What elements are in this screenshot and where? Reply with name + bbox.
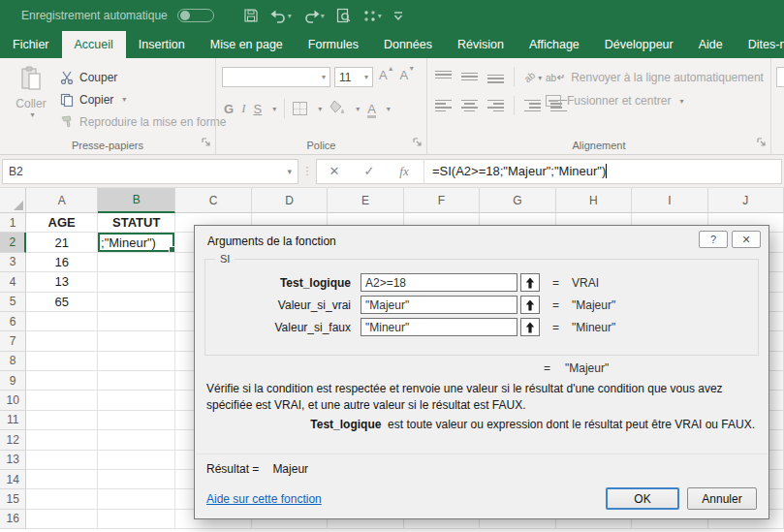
tab-accueil[interactable]: Accueil	[62, 31, 126, 58]
cell-A1[interactable]: AGE	[26, 213, 98, 233]
dialog-help-button[interactable]: ?	[699, 231, 728, 248]
cell-A11[interactable]	[26, 411, 98, 430]
cell-B5[interactable]	[98, 293, 175, 312]
row-header-6[interactable]: 6	[0, 312, 26, 331]
cell-A16[interactable]	[26, 510, 98, 529]
cell-A6[interactable]	[26, 312, 98, 331]
cell-B7[interactable]	[98, 331, 175, 351]
cell-A3[interactable]: 16	[26, 253, 98, 272]
cell-A15[interactable]	[26, 489, 98, 509]
cell-A2[interactable]: 21	[26, 233, 98, 252]
cell-B3[interactable]	[98, 253, 175, 272]
column-header-B[interactable]: B	[98, 188, 175, 213]
font-size-combobox[interactable]: 11▾	[334, 67, 373, 87]
argument-input-valeur_si_vrai[interactable]	[361, 296, 517, 314]
name-box-dropdown-icon[interactable]: ▾	[287, 167, 292, 176]
cell-B12[interactable]	[98, 430, 175, 450]
row-header-8[interactable]: 8	[0, 352, 26, 371]
alignment-dialog-launcher-icon[interactable]	[756, 137, 767, 150]
formula-input[interactable]: =SI(A2>=18;"Majeur";"Mineur")	[426, 164, 607, 178]
row-header-5[interactable]: 5	[0, 293, 26, 312]
row-header-14[interactable]: 14	[0, 470, 26, 489]
tab-révision[interactable]: Révision	[445, 31, 517, 58]
column-header-J[interactable]: J	[708, 188, 784, 213]
italic-button[interactable]: I	[241, 101, 245, 116]
number-format-combobox[interactable]	[776, 67, 784, 87]
row-header-10[interactable]: 10	[0, 391, 26, 410]
row-header-12[interactable]: 12	[0, 430, 26, 450]
tab-données[interactable]: Données	[371, 31, 445, 58]
enter-button[interactable]: ✓	[352, 164, 387, 178]
row-header-13[interactable]: 13	[0, 451, 26, 470]
cell-A5[interactable]: 65	[26, 293, 98, 312]
row-header-2[interactable]: 2	[0, 233, 26, 252]
argument-input-test_logique[interactable]	[361, 273, 517, 292]
tab-développeur[interactable]: Développeur	[592, 31, 686, 58]
row-header-15[interactable]: 15	[0, 489, 26, 509]
paste-button[interactable]: Coller ▾	[6, 66, 56, 119]
cell-A9[interactable]	[26, 371, 98, 391]
underline-dropdown-icon[interactable]: ▾	[272, 105, 276, 113]
cell-B6[interactable]	[98, 312, 175, 331]
row-header-7[interactable]: 7	[0, 331, 26, 351]
fill-color-dropdown-icon[interactable]: ▾	[356, 105, 360, 113]
customize-quick-access-icon[interactable]	[390, 8, 407, 23]
decrease-indent-icon[interactable]	[524, 100, 541, 112]
clipboard-dialog-launcher-icon[interactable]	[201, 137, 211, 150]
select-all-button[interactable]	[0, 188, 26, 213]
cell-A14[interactable]	[26, 470, 98, 489]
ok-button[interactable]: OK	[606, 487, 679, 510]
align-left-icon[interactable]	[435, 100, 452, 112]
insert-function-button[interactable]: fx	[387, 164, 422, 179]
align-center-icon[interactable]	[461, 100, 478, 112]
cell-B13[interactable]	[98, 451, 175, 470]
row-header-3[interactable]: 3	[0, 253, 26, 272]
copy-button[interactable]: Copier ▾	[60, 88, 226, 110]
fill-color-button[interactable]	[329, 100, 345, 117]
column-header-G[interactable]: G	[480, 188, 555, 213]
borders-dropdown-icon[interactable]: ▾	[318, 105, 322, 113]
cut-button[interactable]: Couper	[60, 66, 226, 88]
increase-font-size-button[interactable]: A▲	[379, 68, 394, 82]
format-painter-button[interactable]: Reproduire la mise en forme	[60, 110, 226, 133]
column-header-C[interactable]: C	[175, 188, 251, 213]
cell-B2[interactable]: ;"Mineur")	[98, 233, 175, 252]
cell-A12[interactable]	[26, 430, 98, 450]
font-color-dropdown-icon[interactable]: ▾	[387, 105, 391, 113]
cell-A7[interactable]	[26, 331, 98, 351]
row-header-11[interactable]: 11	[0, 411, 26, 430]
collapse-dialog-button[interactable]	[520, 318, 540, 336]
row-header-9[interactable]: 9	[0, 371, 26, 391]
cell-A4[interactable]: 13	[26, 272, 98, 292]
tab-fichier[interactable]: Fichier	[0, 31, 62, 58]
cell-B4[interactable]	[98, 272, 175, 292]
cell-A13[interactable]	[26, 451, 98, 470]
cell-B11[interactable]	[98, 411, 175, 430]
cell-B10[interactable]	[98, 391, 175, 410]
cell-B15[interactable]	[98, 489, 175, 509]
touch-mouse-mode-icon[interactable]: ▾	[359, 7, 386, 25]
row-header-4[interactable]: 4	[0, 272, 26, 292]
cell-B16[interactable]	[98, 510, 175, 529]
tab-formules[interactable]: Formules	[296, 31, 371, 58]
cell-A10[interactable]	[26, 391, 98, 410]
argument-input-valeur_si_faux[interactable]	[361, 318, 517, 336]
tell-me-button[interactable]: Dites-n	[736, 31, 784, 58]
cancel-button[interactable]: ✕	[317, 164, 352, 178]
function-help-link[interactable]: Aide sur cette fonction	[206, 492, 322, 506]
font-color-button[interactable]: A	[367, 102, 376, 116]
column-header-F[interactable]: F	[404, 188, 480, 213]
cell-B9[interactable]	[98, 371, 175, 391]
cell-A8[interactable]	[26, 352, 98, 371]
wrap-text-button[interactable]: ab Renvoyer à la ligne automatiquement	[546, 66, 764, 89]
column-header-H[interactable]: H	[556, 188, 632, 213]
row-header-1[interactable]: 1	[0, 213, 26, 233]
cancel-button[interactable]: Annuler	[687, 487, 757, 510]
cell-B1[interactable]: STATUT	[98, 213, 175, 233]
merge-center-button[interactable]: Fusionner et centrer ▾	[546, 89, 764, 112]
collapse-dialog-button[interactable]	[520, 273, 540, 292]
align-middle-icon[interactable]	[461, 71, 478, 83]
tab-insertion[interactable]: Insertion	[126, 31, 198, 58]
print-preview-icon[interactable]	[332, 6, 355, 25]
column-header-D[interactable]: D	[252, 188, 328, 213]
